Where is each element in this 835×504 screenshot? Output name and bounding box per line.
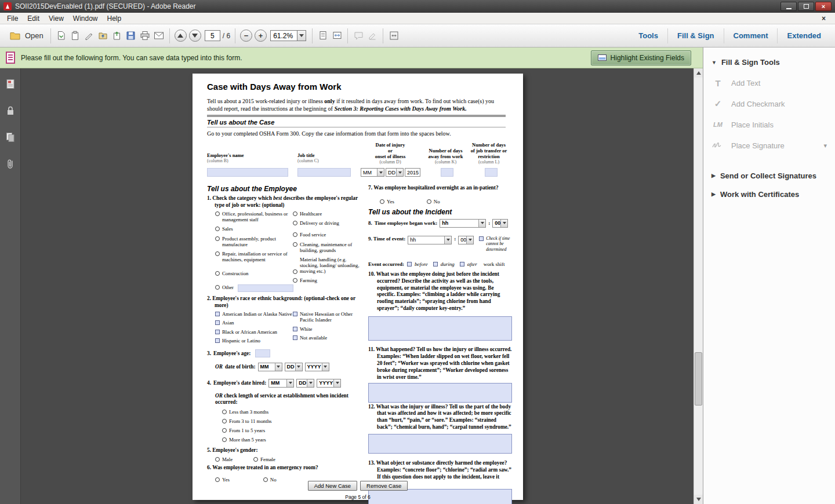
menu-window[interactable]: Window	[68, 13, 103, 24]
category-option[interactable]: Sales	[215, 226, 293, 232]
comment-link[interactable]: Comment	[724, 28, 778, 43]
category-option[interactable]: Food service	[293, 232, 361, 238]
category-option[interactable]: Office, professional, business or manage…	[215, 211, 293, 222]
time-undetermined-checkbox[interactable]	[479, 236, 484, 241]
category-option[interactable]: Construction	[215, 271, 293, 276]
days-transfer-input[interactable]	[485, 168, 498, 177]
fill-sign-tools-header[interactable]: ▼ Fill & Sign Tools	[703, 56, 835, 72]
work-with-certificates-section[interactable]: ▶ Work with Certificates	[703, 186, 835, 202]
category-option[interactable]: Repair, installation or service of machi…	[215, 251, 293, 262]
radio-button[interactable]	[222, 437, 227, 442]
hired-month-select[interactable]: MM	[268, 379, 294, 388]
place-initials-tool[interactable]: LM Place Initials	[703, 114, 835, 135]
service-option[interactable]: More than 5 years	[222, 437, 362, 443]
radio-button[interactable]	[222, 410, 227, 414]
attachments-pages-icon[interactable]	[4, 131, 17, 144]
birth-month-select[interactable]: MM	[258, 363, 282, 371]
after-checkbox[interactable]	[460, 262, 464, 266]
began-work-minute-select[interactable]: 00	[492, 219, 508, 228]
scrolling-mode-icon[interactable]	[316, 29, 330, 43]
before-checkbox[interactable]	[407, 262, 412, 266]
category-option[interactable]: Cleaning, maintenance of building, groun…	[293, 242, 361, 253]
checkbox[interactable]	[215, 312, 220, 316]
injury-month-select[interactable]: MM	[361, 168, 384, 177]
print-icon[interactable]	[138, 29, 152, 43]
radio-button[interactable]	[293, 278, 297, 283]
other-category-input[interactable]	[238, 284, 293, 292]
checkbox[interactable]	[293, 312, 297, 316]
zoom-dropdown-button[interactable]	[297, 30, 306, 41]
page-number-input[interactable]	[205, 30, 220, 41]
restore-button[interactable]	[798, 2, 814, 11]
radio-button[interactable]	[215, 227, 220, 231]
send-collect-signatures-section[interactable]: ▶ Send or Collect Signatures	[703, 167, 835, 184]
category-option[interactable]: Product assembly, product manufacture	[215, 236, 293, 247]
menu-view[interactable]: View	[44, 13, 68, 24]
menubar-close-icon[interactable]: ×	[822, 14, 826, 23]
page-thumbnails-icon[interactable]	[4, 78, 17, 90]
extended-link[interactable]: Extended	[777, 28, 830, 43]
service-option[interactable]: Less than 3 months	[222, 409, 362, 415]
gender-option-female[interactable]: Female	[253, 456, 275, 462]
birth-year-select[interactable]: YYYY	[305, 363, 329, 371]
radio-button[interactable]	[253, 457, 258, 462]
category-option[interactable]: Healthcare	[293, 211, 361, 217]
radio-button[interactable]	[293, 269, 297, 274]
scroll-down-button[interactable]	[694, 495, 703, 504]
radio-button[interactable]	[222, 419, 227, 423]
menu-file[interactable]: File	[2, 13, 23, 24]
sticky-note-icon[interactable]	[351, 29, 365, 43]
paste-clipboard-icon[interactable]	[68, 29, 82, 43]
began-work-hour-select[interactable]: hh	[440, 219, 486, 228]
share-upload-icon[interactable]	[110, 29, 124, 43]
minimize-button[interactable]	[780, 2, 797, 11]
tools-link[interactable]: Tools	[629, 28, 667, 43]
export-file-icon[interactable]	[96, 29, 110, 43]
question-11-textarea[interactable]	[368, 383, 512, 403]
employee-age-input[interactable]	[255, 349, 270, 357]
radio-button[interactable]	[215, 211, 220, 216]
gender-option-male[interactable]: Male	[215, 456, 233, 462]
radio-button[interactable]	[293, 221, 297, 225]
radio-button[interactable]	[222, 428, 227, 433]
security-lock-icon[interactable]	[4, 104, 17, 117]
days-away-input[interactable]	[441, 168, 453, 177]
question-10-textarea[interactable]	[368, 316, 512, 341]
fill-sign-link[interactable]: Fill & Sign	[667, 28, 724, 43]
radio-button[interactable]	[380, 199, 384, 204]
hired-year-select[interactable]: YYYY	[317, 379, 341, 388]
radio-button[interactable]	[427, 199, 431, 204]
checkbox[interactable]	[215, 338, 220, 343]
race-option[interactable]: American Indian or Alaska Native	[215, 311, 293, 317]
radio-button[interactable]	[215, 285, 220, 290]
category-option[interactable]: Farming	[293, 277, 361, 283]
category-option[interactable]: Material handling (e.g. stocking, loadin…	[293, 257, 361, 274]
highlight-text-icon[interactable]	[365, 29, 379, 43]
add-new-case-button[interactable]: Add New Case	[308, 481, 357, 491]
checkbox[interactable]	[293, 327, 297, 331]
radio-button[interactable]	[215, 457, 220, 462]
checkbox[interactable]	[215, 330, 220, 334]
race-option[interactable]: White	[293, 326, 361, 332]
radio-button[interactable]	[293, 211, 297, 216]
zoom-level-input[interactable]	[270, 30, 297, 41]
previous-page-button[interactable]	[175, 30, 187, 42]
during-checkbox[interactable]	[433, 262, 438, 266]
add-checkmark-tool[interactable]: ✓ Add Checkmark	[703, 93, 835, 114]
sign-pen-icon[interactable]	[82, 29, 96, 43]
category-option[interactable]: Delivery or driving	[293, 220, 361, 226]
remove-case-button[interactable]: Remove Case	[360, 481, 408, 491]
scrollbar-thumb[interactable]	[695, 352, 702, 406]
open-button[interactable]: Open	[5, 27, 47, 45]
race-option[interactable]: Not available	[293, 335, 361, 341]
race-option[interactable]: Asian	[215, 320, 293, 326]
hospitalized-option-no[interactable]: No	[427, 199, 440, 204]
radio-button[interactable]	[215, 251, 220, 256]
job-title-input[interactable]	[297, 168, 351, 177]
next-page-button[interactable]	[189, 30, 201, 42]
fullscreen-icon[interactable]	[387, 29, 401, 43]
scroll-up-button[interactable]	[694, 68, 703, 78]
zoom-in-button[interactable]: +	[255, 30, 267, 42]
checkbox[interactable]	[215, 320, 220, 325]
email-icon[interactable]	[152, 29, 166, 43]
